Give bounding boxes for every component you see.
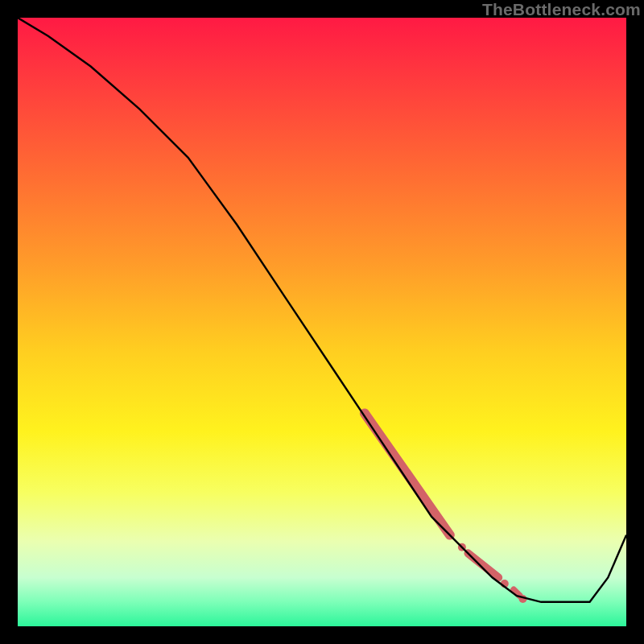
chart-frame: [18, 18, 626, 626]
gradient-background: [18, 18, 626, 626]
chart-canvas: [18, 18, 626, 626]
watermark-text: TheBottleneck.com: [482, 0, 641, 19]
